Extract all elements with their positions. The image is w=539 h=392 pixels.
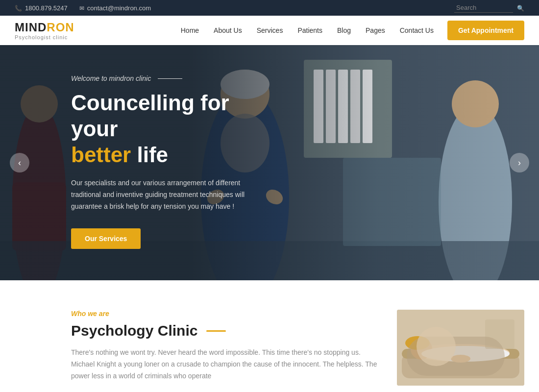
svg-rect-28 xyxy=(485,319,514,349)
phone-icon xyxy=(15,4,22,12)
about-image xyxy=(397,310,524,386)
email-icon xyxy=(79,4,84,12)
hero-content: Welcome to mindron clinic Councelling fo… xyxy=(0,45,255,249)
svg-point-26 xyxy=(421,346,510,362)
hero-description: Our specialists and our various arrangem… xyxy=(71,177,255,212)
hero-title-line1: Councelling for your xyxy=(71,91,229,141)
our-services-button[interactable]: Our Services xyxy=(71,228,141,249)
nav-patients[interactable]: Patients xyxy=(292,23,328,38)
logo-text: MINDRON xyxy=(15,21,74,34)
search-bar[interactable] xyxy=(454,3,524,13)
hero-title-highlight: better xyxy=(71,143,131,167)
phone-number: 1800.879.5247 xyxy=(25,4,68,12)
nav-about[interactable]: About Us xyxy=(208,23,248,38)
nav-blog[interactable]: Blog xyxy=(331,23,357,38)
hero-section: Welcome to mindron clinic Councelling fo… xyxy=(0,45,539,280)
top-bar: 1800.879.5247 contact@mindron.com xyxy=(0,0,539,16)
about-description: There's nothing we wont try. Never heard… xyxy=(71,347,377,382)
about-title-decoration xyxy=(206,330,226,332)
logo-ron: RON xyxy=(47,21,74,34)
nav-services[interactable]: Services xyxy=(251,23,289,38)
hero-title-line2: life xyxy=(131,143,168,167)
carousel-prev-button[interactable]: ‹ xyxy=(10,153,29,172)
nav-home[interactable]: Home xyxy=(175,23,205,38)
top-bar-left: 1800.879.5247 contact@mindron.com xyxy=(15,4,442,12)
phone-info: 1800.879.5247 xyxy=(15,4,68,12)
chevron-right-icon: › xyxy=(518,158,521,168)
logo: MINDRON Psychologist clinic xyxy=(15,21,74,40)
svg-point-24 xyxy=(411,338,432,360)
email-address: contact@mindron.com xyxy=(87,4,151,12)
hero-title: Councelling for your better life xyxy=(71,90,255,168)
svg-rect-21 xyxy=(402,354,519,378)
about-section: Who we are Psychology Clinic There's not… xyxy=(0,280,539,392)
svg-point-23 xyxy=(412,344,510,362)
carousel-next-button[interactable]: › xyxy=(510,153,529,172)
chevron-left-icon: ‹ xyxy=(18,158,21,168)
svg-rect-22 xyxy=(402,349,519,359)
logo-subtitle: Psychologist clinic xyxy=(15,34,74,40)
email-info: contact@mindron.com xyxy=(79,4,151,12)
about-text: Who we are Psychology Clinic There's not… xyxy=(71,310,377,382)
logo-mind: MIND xyxy=(15,21,47,34)
nav-pages[interactable]: Pages xyxy=(360,23,391,38)
nav-contact[interactable]: Contact Us xyxy=(394,23,440,38)
about-title: Psychology Clinic xyxy=(71,322,377,339)
header: MINDRON Psychologist clinic Home About U… xyxy=(0,16,539,45)
appointment-button[interactable]: Get Appointment xyxy=(447,21,524,40)
about-label: Who we are xyxy=(71,310,377,318)
svg-point-25 xyxy=(405,336,430,350)
svg-point-27 xyxy=(451,355,470,363)
hero-welcome-text: Welcome to mindron clinic xyxy=(71,74,255,82)
about-title-text: Psychology Clinic xyxy=(71,322,197,339)
search-icon xyxy=(517,4,524,12)
search-input[interactable] xyxy=(454,3,513,13)
main-nav: Home About Us Services Patients Blog Pag… xyxy=(175,23,440,38)
